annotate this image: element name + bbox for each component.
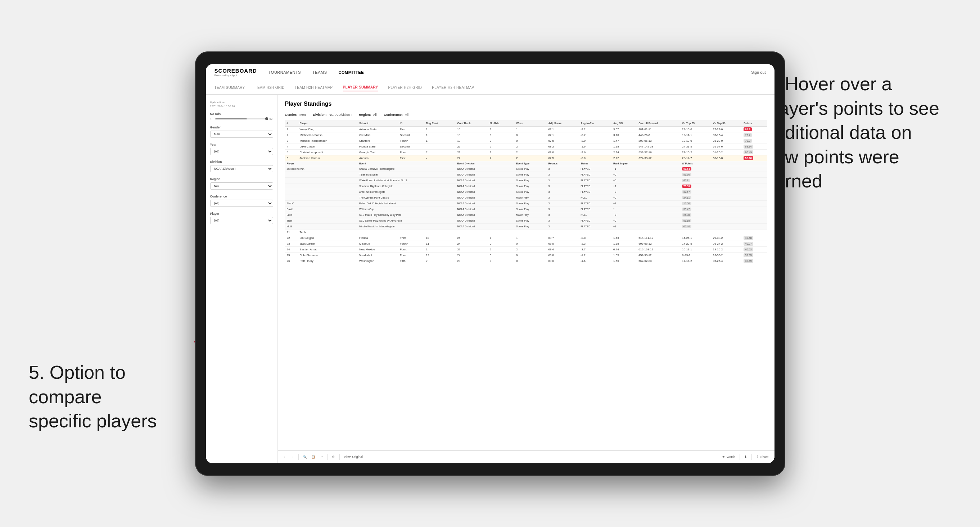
cell-conf: 23 [455, 258, 488, 264]
cell-num: 4 [285, 143, 298, 149]
cell-vs50: 29-38-2 [711, 235, 742, 241]
tooltip-data-row: Mottl Mirobel Maui Jim Intercollegiate N… [285, 224, 767, 229]
subnav-player-h2h-heatmap[interactable]: PLAYER H2H HEATMAP [432, 84, 474, 91]
gender-select[interactable]: Men Women [210, 130, 273, 138]
cell-reg: 2 [424, 149, 455, 155]
cell-nords: 2 [488, 143, 514, 149]
table-row: 21 Techi... [285, 229, 767, 235]
table-row: 2 Michael La Sasso Ole Miss Second 1 18 … [285, 132, 767, 138]
cell-nords: 2 [488, 149, 514, 155]
cell-vs25: 19-11-1 [680, 132, 711, 138]
th-reg-rank: Reg Rank [424, 120, 455, 127]
toolbar-dot-dot[interactable]: ⋯ [320, 455, 323, 459]
subnav-player-h2h-grid[interactable]: PLAYER H2H GRID [388, 84, 422, 91]
cell-adj: 68.8 [546, 252, 579, 258]
view-original-button[interactable]: View: Original [344, 455, 363, 459]
subnav-team-summary[interactable]: TEAM SUMMARY [215, 84, 245, 91]
nav-link-committee[interactable]: COMMITTEE [339, 69, 364, 76]
player-select[interactable]: (All) [210, 217, 273, 224]
cell-vs50: 65-54-6 [711, 143, 742, 149]
no-rds-slider[interactable] [215, 118, 268, 119]
cell-nords: 1 [488, 126, 514, 132]
sidebar-year: Year (All) [210, 143, 273, 155]
cell-sg: 1.98 [611, 143, 637, 149]
subnav-player-summary[interactable]: PLAYER SUMMARY [343, 84, 378, 91]
cell-vs25: 17-14-2 [680, 258, 711, 264]
tooltip-data-row: David Williams Cup NCAA Division I Strok… [285, 206, 767, 212]
no-rds-min: 4 [210, 117, 214, 121]
cell-sg: 0.74 [611, 246, 637, 252]
toolbar-divider-3 [339, 454, 340, 460]
toolbar-zoom-out[interactable]: 🔍 [303, 455, 307, 459]
cell-player: Techi... [298, 229, 358, 235]
cell-points[interactable]: 60.49 [742, 149, 767, 155]
panel-title: Player Standings [285, 101, 332, 107]
cell-yr: Fourth [398, 241, 424, 246]
cell-num: 25 [285, 252, 298, 258]
cell-nords: 0 [488, 252, 514, 258]
cell-vs25: 10-11-1 [680, 246, 711, 252]
cell-adj: 67.8 [546, 138, 579, 143]
cell-vs25: 6-23-1 [680, 252, 711, 258]
cell-adj: 68.6 [546, 258, 579, 264]
cell-yr: Fourth [398, 149, 424, 155]
toolbar-back[interactable]: ← [283, 455, 287, 459]
year-select[interactable]: (All) [210, 148, 273, 155]
cell-sg: 2.34 [611, 149, 637, 155]
cell-sg: 1.65 [611, 252, 637, 258]
cell-player: Jack Lundin [298, 241, 358, 246]
cell-yr: Fourth [398, 252, 424, 258]
watch-button[interactable]: 👁 Watch [722, 455, 735, 459]
cell-player: Petr Hruby [298, 258, 358, 264]
toolbar-clock[interactable]: ⏱ [332, 455, 335, 459]
cell-school: New Mexico [357, 246, 398, 252]
cell-player: Ian Gilligan [298, 235, 358, 241]
toolbar-divider-5 [751, 454, 752, 460]
logo-subtitle: Powered by clippi [215, 74, 257, 77]
conference-select[interactable]: (All) [210, 200, 273, 207]
nav-link-tournaments[interactable]: TOURNAMENTS [269, 69, 301, 76]
cell-points[interactable]: 58.18 [742, 155, 767, 161]
cell-nords: 0 [488, 132, 514, 138]
cell-points[interactable]: 76.2 [742, 132, 767, 138]
th-vs50: Vs Top 50 [711, 120, 742, 127]
subnav-team-h2h-heatmap[interactable]: TEAM H2H HEATMAP [295, 84, 333, 91]
cell-yr: First [398, 155, 424, 161]
cell-vs25: 28-12-7 [680, 155, 711, 161]
cell-points[interactable]: 68.94 [742, 143, 767, 149]
toolbar-copy[interactable]: 📋 [311, 455, 315, 459]
nav-sign-out[interactable]: Sign out [751, 70, 765, 75]
region-select[interactable]: N/A [210, 183, 273, 190]
cell-conf: 27 [455, 143, 488, 149]
share-button[interactable]: ⇧ Share [756, 455, 769, 459]
annotation-bottom-left: 5. Option to compare specific players [29, 360, 165, 433]
cell-conf: 18 [455, 138, 488, 143]
th-points: Points [742, 120, 767, 127]
cell-player: Bastien Amat [298, 246, 358, 252]
cell-points[interactable]: 40.27 [742, 241, 767, 246]
table-row: 22 Ian Gilligan Florida Third 10 24 1 1 … [285, 235, 767, 241]
nav-link-teams[interactable]: TEAMS [312, 69, 327, 76]
cell-player: Christo Lamprecht [298, 149, 358, 155]
cell-reg: 7 [424, 258, 455, 264]
toolbar-forward[interactable]: → [291, 455, 294, 459]
standings-table: # Player School Yr Reg Rank Conf Rank No… [285, 120, 767, 264]
cell-conf: 21 [455, 149, 488, 155]
cell-points[interactable]: 39.95 [742, 252, 767, 258]
subnav-team-h2h-grid[interactable]: TEAM H2H GRID [255, 84, 285, 91]
cell-conf: 15 [455, 126, 488, 132]
tooltip-data-row: Jackson Koivun UNCW Seahawk Intercollegi… [285, 166, 767, 171]
tooltip-data-row: Tiger SEC Stroke Play hosted by Jerry Pa… [285, 217, 767, 224]
cell-points[interactable]: 88.2 [742, 126, 767, 132]
cell-points[interactable]: 70.2 [742, 138, 767, 143]
cell-points[interactable]: 40.02 [742, 246, 767, 252]
cell-school: Florida State [357, 143, 398, 149]
cell-points[interactable]: 40.58 [742, 235, 767, 241]
year-label: Year [210, 143, 273, 146]
cell-points[interactable]: 38.49 [742, 258, 767, 264]
cell-adj: 67.1 [546, 126, 579, 132]
filter-gender-value: Men [299, 113, 306, 117]
download-button[interactable]: ⬇ [744, 455, 747, 459]
cell-num: 23 [285, 241, 298, 246]
division-select[interactable]: NCAA Division I [210, 165, 273, 172]
